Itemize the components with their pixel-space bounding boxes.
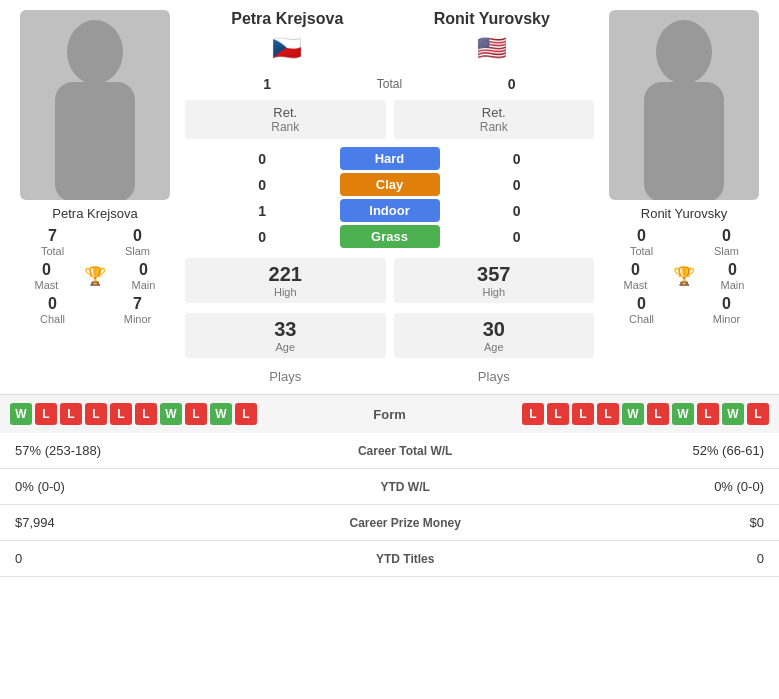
left-form-badge-1: L [35,403,57,425]
right-mast-lbl: Mast [599,279,672,291]
stats-row-0: 57% (253-188)Career Total W/L52% (66-61) [0,433,779,469]
right-player-silhouette [624,10,744,200]
form-section: WLLLLLWLWL Form LLLLWLWLWL [0,394,779,433]
stats-row-3: 0YTD Titles0 [0,541,779,577]
right-slam-lbl: Slam [684,245,769,257]
stats-row-2: $7,994Career Prize Money$0 [0,505,779,541]
form-label: Form [350,407,430,422]
right-main-val: 0 [696,261,769,279]
right-form-badge-1: L [547,403,569,425]
high-row: 221 High 357 High [185,255,594,306]
left-chall: 0 Chall [10,295,95,325]
left-player-photo [20,10,170,200]
clay-tag: Clay [340,173,440,196]
right-chall-minor: 0 Chall 0 Minor [599,295,769,325]
left-age-box: 33 Age [185,313,386,358]
left-trophy-icon: 🏆 [83,265,107,287]
stats-right-3: 0 [559,541,779,577]
total-right: 0 [430,76,595,92]
right-chall: 0 Chall [599,295,684,325]
left-main-val: 0 [107,261,180,279]
right-mast: 0 Mast [599,261,672,291]
right-player-block: Ronit Yurovsky 0 Total 0 Slam 0 Mast 🏆 [599,10,769,384]
left-total: 7 Total [10,227,95,257]
left-minor: 7 Minor [95,295,180,325]
svg-point-2 [656,20,712,84]
left-ret-label: Ret. [193,105,378,120]
left-form-badges: WLLLLLWLWL [10,403,350,425]
right-total-val: 0 [599,227,684,245]
left-flag: 🇨🇿 [185,34,390,62]
stats-table: 57% (253-188)Career Total W/L52% (66-61)… [0,433,779,577]
left-minor-val: 7 [95,295,180,313]
left-form-badge-4: L [110,403,132,425]
left-chall-lbl: Chall [10,313,95,325]
left-form-badge-6: W [160,403,182,425]
total-label: Total [350,77,430,91]
indoor-row: 1 Indoor 0 [185,199,594,222]
left-main: 0 Main [107,261,180,291]
clay-right: 0 [440,177,595,193]
right-ret-label: Ret. [402,105,587,120]
left-form-badge-2: L [60,403,82,425]
right-player-photo [609,10,759,200]
svg-rect-3 [644,82,724,200]
right-form-badge-9: L [747,403,769,425]
right-form-badge-0: L [522,403,544,425]
left-ret-rank: Ret. Rank [185,100,386,139]
svg-rect-1 [55,82,135,200]
stats-right-1: 0% (0-0) [559,469,779,505]
plays-row: Plays Plays [185,365,594,384]
age-row: 33 Age 30 Age [185,310,594,361]
left-mast-lbl: Mast [10,279,83,291]
stats-right-2: $0 [559,505,779,541]
left-form-badge-9: L [235,403,257,425]
indoor-right: 0 [440,203,595,219]
right-minor-lbl: Minor [684,313,769,325]
grass-row: 0 Grass 0 [185,225,594,248]
right-form-badge-7: L [697,403,719,425]
right-slam-val: 0 [684,227,769,245]
grass-tag: Grass [340,225,440,248]
right-form-badge-2: L [572,403,594,425]
right-minor-val: 0 [684,295,769,313]
right-stats-total-slam: 0 Total 0 Slam [599,227,769,257]
right-age-box: 30 Age [394,313,595,358]
right-chall-lbl: Chall [599,313,684,325]
left-age-lbl: Age [185,341,386,353]
stats-left-0: 57% (253-188) [0,433,252,469]
stats-center-0: Career Total W/L [252,433,559,469]
right-age-val: 30 [394,318,595,341]
right-form-badge-6: W [672,403,694,425]
players-comparison: Petra Krejsova 7 Total 0 Slam 0 Mast 🏆 [0,0,779,394]
center-left-name: Petra Krejsova [185,10,390,28]
hard-row: 0 Hard 0 [185,147,594,170]
right-form-badges: LLLLWLWLWL [430,403,770,425]
left-total-val: 7 [10,227,95,245]
left-high-val: 221 [185,263,386,286]
right-main: 0 Main [696,261,769,291]
right-mast-val: 0 [599,261,672,279]
left-form-badge-0: W [10,403,32,425]
right-form-badge-5: L [647,403,669,425]
stats-center-1: YTD W/L [252,469,559,505]
right-form-badge-4: W [622,403,644,425]
right-high-val: 357 [394,263,595,286]
left-total-lbl: Total [10,245,95,257]
left-age-val: 33 [185,318,386,341]
right-trophy-icon: 🏆 [672,265,696,287]
left-form-badge-5: L [135,403,157,425]
center-right-name: Ronit Yurovsky [390,10,595,28]
grass-right: 0 [440,229,595,245]
stats-left-2: $7,994 [0,505,252,541]
stats-center-2: Career Prize Money [252,505,559,541]
left-form-badge-3: L [85,403,107,425]
left-player-name: Petra Krejsova [10,206,180,221]
left-minor-lbl: Minor [95,313,180,325]
left-chall-minor: 0 Chall 7 Minor [10,295,180,325]
hard-tag: Hard [340,147,440,170]
right-high-box: 357 High [394,258,595,303]
left-trophy-row: 0 Mast 🏆 0 Main [10,261,180,291]
left-high-lbl: High [185,286,386,298]
left-form-badge-8: W [210,403,232,425]
